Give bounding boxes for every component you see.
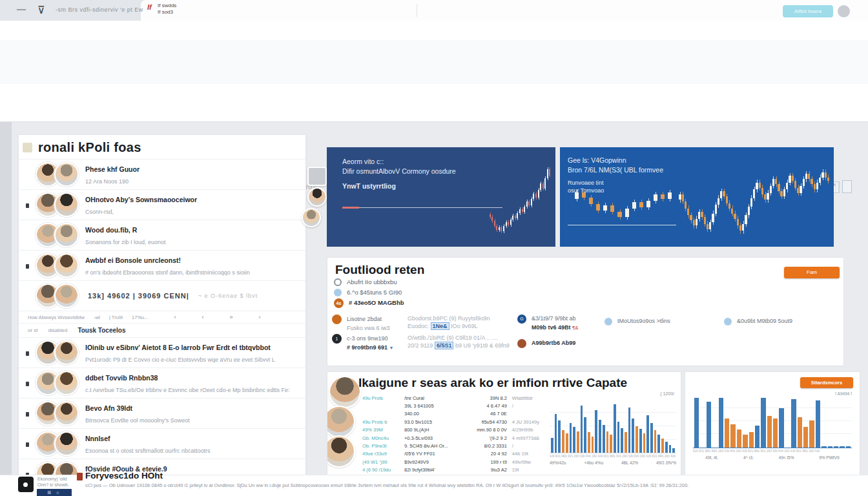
bar: [661, 439, 664, 453]
bar: [621, 428, 623, 453]
floating-chip[interactable]: [307, 167, 327, 186]
table-row[interactable]: Gb. M0nc4u+0.3-5Lv/093'(9-2 9 24 m99773d…: [362, 434, 547, 442]
page-header: ➤ Soutute ia tlhoal curtrut.esr | Rrahii…: [0, 40, 868, 85]
table-cell: 800 9L(A)H: [404, 427, 473, 433]
pager-row: How Abwwys Wvswvtdbtw -wt | Tru9t 17%u..…: [19, 311, 305, 323]
people-list-item[interactable]: Wood dou.fib, R Sonanons for zib I loud,…: [19, 220, 305, 250]
table-row[interactable]: (49 W1 ')99$9v9249V9199 r t949iv/l9tw: [362, 458, 547, 466]
row-marker: [19, 408, 36, 419]
insights-avatar[interactable]: [327, 435, 355, 468]
row-marker: [19, 438, 36, 450]
numeric-row[interactable]: 13k] 49602 | 39069 CENN| ~ e O-6enae $ l…: [19, 280, 305, 311]
pager-arrow-icon[interactable]: ›: [259, 314, 261, 320]
numeric-row-text: 13k] 49602 | 39069 CENN|: [88, 292, 189, 300]
table-row[interactable]: 49% 39M800 9L(A)Hmm.90 8 0 0V4/29H99b: [362, 426, 547, 434]
featured-cell-c3r2[interactable]: A99b9rtb6 Ab99: [517, 339, 575, 348]
avatar: [54, 431, 79, 456]
people-list-item[interactable]: ddbet Tovvib Rnbbn38 c.t Aevrbue TSu.eb/…: [19, 367, 305, 398]
dot-icon: [334, 289, 342, 296]
row-marker: [19, 260, 36, 271]
pager-arrow-icon[interactable]: »: [230, 314, 233, 320]
table-cell: Wtabtttldr: [507, 395, 547, 401]
featured-action-button[interactable]: Fam: [784, 267, 840, 278]
table-cell: 9. 5Cl45 8iv.AH Or...: [404, 443, 473, 449]
table-row[interactable]: 340.0046 7 0E: [362, 410, 547, 418]
people-list-item[interactable]: OHnotvo Aby's Sownsmaooceiwor Csonn-rsd,: [19, 189, 305, 220]
people-panel-title: ronali kPoli foas: [38, 140, 141, 155]
table-row[interactable]: 49u Prots/tre Cural39N 8.2Wtabtttldr: [362, 394, 547, 402]
bar: [603, 425, 605, 453]
pager-arrow-icon[interactable]: ›: [174, 314, 176, 320]
person-name: OHnotvo Aby's Sownsmaooceiwor: [85, 196, 197, 203]
featured-cell-c2r1[interactable]: Gbodorst.b9PC (9) Ruyytsl9o9n Euodoc: 1N…: [408, 315, 490, 330]
insights-avatar[interactable]: [329, 376, 361, 408]
table-row[interactable]: 49ue r33u9/05'6 YV FF0120 4 9244b 19t: [362, 450, 547, 458]
featured-row-0[interactable]: Abufrt IIo ubbbxbu: [334, 278, 397, 286]
insights-title: Ikaigune r seas arak ko er imfion rrtive…: [358, 376, 627, 390]
footer-disclaimer: cCl pos — Ob Udnouer 1910b 0845 o ob'ct4…: [85, 482, 789, 488]
subhead-a: or st: [28, 327, 38, 333]
stats-panel: Sttardsmcors [ A9494 ] 519 3O1 9M1 9W1 2…: [685, 371, 860, 476]
bar: [566, 433, 568, 453]
subhead-b: disabled: [48, 327, 68, 333]
person-subtitle: # on's ibdeoht Ebraooonss stsnf dann, ib…: [85, 269, 250, 276]
bar: [779, 408, 783, 448]
browser-tab[interactable]: If swdds If sod3: [158, 3, 176, 16]
floating-avatar[interactable]: [307, 187, 327, 207]
pager-mid3: 17%u...: [132, 315, 148, 320]
people-list-item[interactable]: Bevo Afn 39ldt Btnsovca Eovtlte ool mooo…: [19, 398, 305, 428]
people-list-item[interactable]: IOinib uv eSibnv' Aietot 8 E-o larrob Fw…: [19, 337, 305, 367]
market-hero-card-right[interactable]: Gee ls: V4Gopwinn Bron 7/6L NM(S3( UBL f…: [560, 147, 834, 247]
avatar: [54, 192, 79, 217]
axis-group-label: +4bu 4%u: [584, 460, 603, 465]
floating-avatar[interactable]: [302, 208, 321, 227]
person-subtitle: Esoonoa st o otost srsftrnallott ourfrc …: [85, 448, 211, 454]
filter-funnel-icon[interactable]: ⊽: [37, 4, 45, 16]
featured-row-2[interactable]: 4s# 43eo5O MAGBhb: [334, 298, 404, 308]
window-control-icon[interactable]: [17, 9, 26, 10]
table-row[interactable]: 39L 3 6410054 6.47 49/: [362, 402, 547, 409]
bar: [803, 427, 808, 448]
market-hero-card-left[interactable]: Aeorm vito c:: Difir osmuntAlbovV Cormon…: [327, 147, 555, 247]
featured-cell-c1r2[interactable]: 1c-3 ons 9nw190 # 9ro9tbn9 691 ▼: [332, 334, 393, 352]
featured-cell-c4r1[interactable]: tMoUtos9o9os >tlins: [604, 317, 670, 326]
bar: [562, 430, 564, 453]
featured-cell-c5r1[interactable]: &0u9bt M9tb09 5out9: [724, 317, 792, 326]
insights-avatar[interactable]: [327, 406, 355, 438]
candlestick-chart: [487, 164, 552, 236]
ring-icon: [334, 278, 342, 286]
axis-group-label: 49< i5%: [779, 455, 794, 460]
footer-logo-icon[interactable]: [18, 477, 34, 492]
bar: [573, 427, 575, 453]
footer-heading: Foryvesc1do HOht: [85, 471, 163, 480]
table-cell: 49u Prots b: [362, 419, 404, 425]
table-cell: 49% 39M: [362, 427, 404, 433]
browser-action-button[interactable]: Alftrd twwra: [783, 5, 833, 17]
person-subtitle: Pvt1urodc P9 dt E Covvo cio e-ciuc Etots…: [85, 356, 275, 363]
list-icon: [23, 143, 32, 152]
profile-avatar[interactable]: [838, 5, 850, 17]
table-cell: (49 W1 ')99: [362, 459, 404, 465]
subhead-c[interactable]: Tousk Toceelos: [78, 327, 125, 334]
people-list-item[interactable]: Nnnlsef Esoonoa st o otost srsftrnallott…: [19, 428, 305, 459]
browser-tabbar: ⊽ -sm Brs vdfi-sdinerviv 'e pt Ew If If …: [0, 0, 868, 21]
featured-cell-c3r1[interactable]: G&3/1t9/7 9/9bt ab M09b tv6 49Bt ¶&: [517, 315, 579, 332]
bar: [610, 435, 612, 453]
featured-cell-c1r1[interactable]: Lisotne 2bdat Fusko vwa 6 iw3: [332, 315, 390, 332]
featured-row-1[interactable]: 6.^o $45tuns 5 GI90: [334, 289, 402, 296]
person-name: ddbet Tovvib Rnbbn38: [85, 374, 158, 382]
bar: [755, 426, 760, 448]
featured-cell-c2r2[interactable]: O/wt9b./1biRE (9) C9ll19 01/A .. .... 20…: [408, 334, 510, 349]
people-list-item[interactable]: Phese khf Guuor 12 Ara Noos 190: [19, 159, 305, 189]
bar: [828, 446, 832, 448]
axis-group-label: 49t, 4t.: [705, 455, 718, 460]
stats-action-button[interactable]: Sttardsmcors: [800, 377, 853, 388]
people-list-item[interactable]: Awbbf ei Bonsole unrcleonst! # on's ibde…: [19, 250, 305, 280]
table-cell: +0.3-5Lv/093: [404, 435, 473, 441]
table-row[interactable]: 4 (6 90 /19du82i 9cfyt39bl4'9iu3 A219t: [362, 466, 547, 474]
table-row[interactable]: Ob. P9rw3t9. 5Cl45 8iv.AH Or...8/0.2 333…: [362, 442, 547, 450]
taskbar-chip[interactable]: ⊞ ⌂: [37, 489, 72, 496]
bar: [822, 446, 826, 448]
table-row[interactable]: 49u Prots b93.0 5iv1015fi5u54 47304 JU 3…: [362, 418, 547, 426]
pager-arrow-icon[interactable]: ‹: [202, 314, 204, 320]
